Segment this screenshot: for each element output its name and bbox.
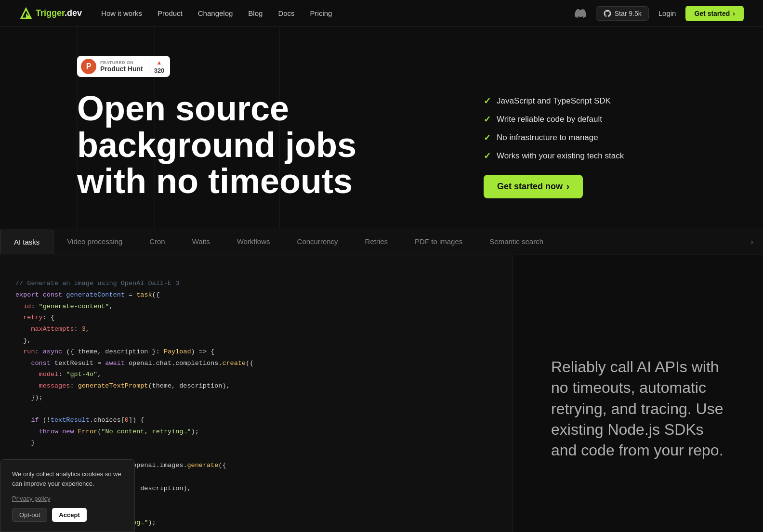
logo-text: Trigger.dev <box>36 8 82 18</box>
github-icon <box>603 9 612 18</box>
cookie-message: We only collect analytics cookies so we … <box>12 469 123 488</box>
logo-icon <box>19 7 33 20</box>
logo[interactable]: Trigger.dev <box>19 7 82 20</box>
get-started-nav-button[interactable]: Get started › <box>685 6 744 21</box>
cookie-banner: We only collect analytics cookies so we … <box>0 459 135 532</box>
privacy-policy-link[interactable]: Privacy policy <box>12 495 50 502</box>
nav-blog[interactable]: Blog <box>248 9 263 17</box>
github-star-button[interactable]: Star 9.5k <box>596 6 649 21</box>
ph-text: FEATURED ON Product Hunt <box>100 60 143 73</box>
login-link[interactable]: Login <box>658 9 676 17</box>
nav-pricing[interactable]: Pricing <box>310 9 332 17</box>
nav-changelog[interactable]: Changelog <box>198 9 233 17</box>
nav-docs[interactable]: Docs <box>278 9 294 17</box>
check-item-4: ✓ Works with your existing tech stack <box>484 151 686 161</box>
ph-votes: ▲ 320 <box>149 59 165 74</box>
opt-out-button[interactable]: Opt-out <box>12 508 47 522</box>
hero-section: P FEATURED ON Product Hunt ▲ 320 Open so… <box>0 27 763 229</box>
description-panel: Reliably call AI APIs with no timeouts, … <box>513 255 763 532</box>
nav-links: How it works Product Changelog Blog Docs… <box>101 9 575 17</box>
tab-concurrency[interactable]: Concurrency <box>284 230 352 254</box>
tab-retries[interactable]: Retries <box>352 230 402 254</box>
tab-waits[interactable]: Waits <box>179 230 224 254</box>
hero-title: Open source background jobs with no time… <box>77 91 366 200</box>
tab-semantic-search[interactable]: Semantic search <box>476 230 557 254</box>
github-star-label: Star 9.5k <box>615 10 642 17</box>
nav-right: Star 9.5k Login Get started › <box>575 6 744 21</box>
discord-icon[interactable] <box>575 8 586 19</box>
tab-workflows[interactable]: Workflows <box>224 230 284 254</box>
cookie-links: Privacy policy <box>12 495 123 502</box>
tab-pdf-to-images[interactable]: PDF to images <box>401 230 476 254</box>
tab-cron[interactable]: Cron <box>136 230 179 254</box>
check-icon-2: ✓ <box>484 114 491 125</box>
accept-button[interactable]: Accept <box>52 508 86 522</box>
check-item-2: ✓ Write reliable code by default <box>484 114 686 125</box>
hero-right: ✓ JavaScript and TypeScript SDK ✓ Write … <box>484 56 686 200</box>
hero-content: P FEATURED ON Product Hunt ▲ 320 Open so… <box>0 27 763 229</box>
tabs-more-button[interactable]: › <box>741 229 763 255</box>
tab-video-processing[interactable]: Video processing <box>53 230 136 254</box>
check-icon-1: ✓ <box>484 96 491 106</box>
get-started-hero-button[interactable]: Get started now › <box>484 175 583 198</box>
tab-ai-tasks[interactable]: AI tasks <box>0 230 53 254</box>
nav-product[interactable]: Product <box>158 9 183 17</box>
check-item-3: ✓ No infrastructure to manage <box>484 132 686 143</box>
description-text: Reliably call AI APIs with no timeouts, … <box>551 357 724 461</box>
nav-how-it-works[interactable]: How it works <box>101 9 142 17</box>
tabs-bar: AI tasks Video processing Cron Waits Wor… <box>0 229 763 255</box>
navbar: Trigger.dev How it works Product Changel… <box>0 0 763 27</box>
product-hunt-badge[interactable]: P FEATURED ON Product Hunt ▲ 320 <box>77 56 170 77</box>
check-icon-4: ✓ <box>484 151 491 161</box>
check-item-1: ✓ JavaScript and TypeScript SDK <box>484 96 686 106</box>
hero-left: P FEATURED ON Product Hunt ▲ 320 Open so… <box>77 56 455 200</box>
ph-logo: P <box>81 59 96 74</box>
check-icon-3: ✓ <box>484 132 491 143</box>
cookie-buttons: Opt-out Accept <box>12 508 123 522</box>
